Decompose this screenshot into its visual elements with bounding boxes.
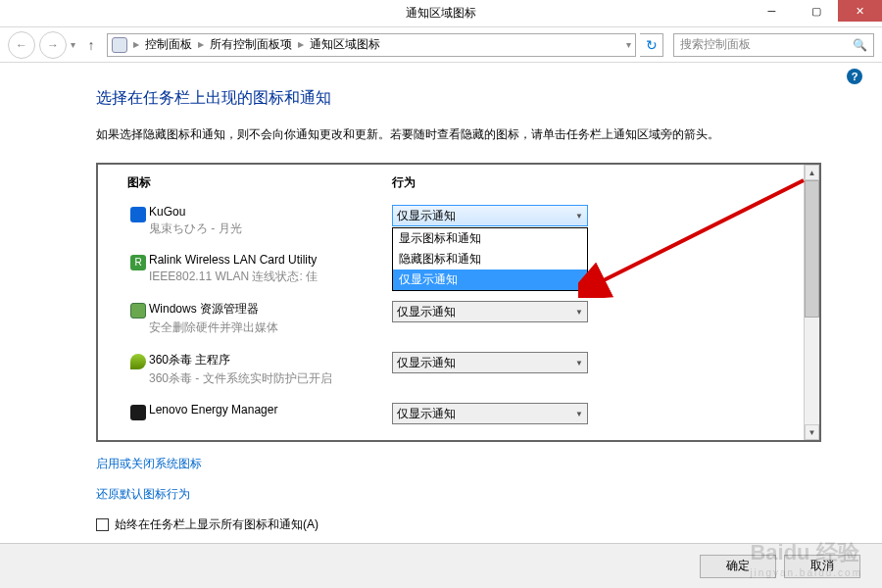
icon-subtitle: IEEE802.11 WLAN 连线状态: 佳 <box>149 269 392 285</box>
select-value: 仅显示通知 <box>397 406 456 422</box>
chevron-down-icon: ▼ <box>575 410 583 418</box>
close-button[interactable]: ✕ <box>838 0 882 22</box>
behavior-select[interactable]: 仅显示通知 ▼ <box>392 301 588 322</box>
window-title: 通知区域图标 <box>406 5 476 22</box>
scrollbar[interactable]: ▲ ▼ <box>804 165 819 440</box>
refresh-button[interactable]: ↻ <box>640 33 663 57</box>
up-button[interactable]: ↑ <box>79 33 103 57</box>
dropdown-option[interactable]: 隐藏图标和通知 <box>393 249 587 270</box>
behavior-select[interactable]: 仅显示通知 ▼ <box>392 403 588 424</box>
chevron-right-icon: ▶ <box>198 40 204 49</box>
dropdown-option[interactable]: 仅显示通知 <box>393 270 587 290</box>
history-chevron-icon[interactable]: ▾ <box>71 39 75 50</box>
icon-row: Lenovo Energy Manager 仅显示通知 ▼ <box>127 395 774 432</box>
breadcrumb-item[interactable]: 控制面板 <box>145 36 192 53</box>
select-value: 仅显示通知 <box>397 208 456 224</box>
icon-name: KuGou <box>149 205 392 219</box>
behavior-select[interactable]: 仅显示通知 ▼ <box>392 352 588 373</box>
page-description: 如果选择隐藏图标和通知，则不会向你通知更改和更新。若要随时查看隐藏的图标，请单击… <box>96 126 882 143</box>
dropdown-option[interactable]: 显示图标和通知 <box>393 228 587 249</box>
select-value: 仅显示通知 <box>397 304 456 320</box>
breadcrumb-item[interactable]: 所有控制面板项 <box>210 36 292 53</box>
search-icon: 🔍 <box>853 38 867 52</box>
icon-row: Windows 资源管理器 安全删除硬件并弹出媒体 仅显示通知 ▼ <box>127 293 774 344</box>
chevron-down-icon: ▼ <box>575 212 583 220</box>
search-placeholder: 搜索控制面板 <box>680 36 751 53</box>
shield-icon <box>130 354 146 369</box>
ralink-icon: R <box>130 255 146 270</box>
maximize-button[interactable]: ▢ <box>794 0 838 22</box>
scroll-down-button[interactable]: ▼ <box>805 424 819 440</box>
icon-settings-panel: 图标 行为 KuGou 鬼束ちひろ - 月光 仅显示通知 ▼ 显示图标和通知 <box>96 163 821 442</box>
restore-defaults-link[interactable]: 还原默认图标行为 <box>96 486 882 503</box>
always-show-checkbox[interactable] <box>96 518 109 531</box>
scroll-up-button[interactable]: ▲ <box>805 165 819 180</box>
watermark: Baidu 经验 jingyan.baidu.com <box>750 538 862 578</box>
icon-name: Windows 资源管理器 <box>149 301 392 318</box>
pc-icon <box>112 37 127 53</box>
search-input[interactable]: 搜索控制面板 🔍 <box>673 33 874 57</box>
back-button[interactable]: ← <box>8 31 35 59</box>
icon-subtitle: 360杀毒 - 文件系统实时防护已开启 <box>149 370 392 387</box>
forward-button[interactable]: → <box>39 31 67 59</box>
select-value: 仅显示通知 <box>397 355 456 371</box>
page-heading: 选择在任务栏上出现的图标和通知 <box>96 88 882 109</box>
icon-subtitle: 鬼束ちひろ - 月光 <box>149 220 392 237</box>
chevron-down-icon: ▼ <box>575 308 583 317</box>
column-header-behavior: 行为 <box>392 174 686 191</box>
breadcrumb-item[interactable]: 通知区域图标 <box>310 36 380 53</box>
icon-name: Lenovo Energy Manager <box>149 403 392 416</box>
chevron-down-icon: ▼ <box>575 359 583 368</box>
kugou-icon <box>130 207 146 222</box>
behavior-select[interactable]: 仅显示通知 ▼ 显示图标和通知 隐藏图标和通知 仅显示通知 <box>392 205 588 226</box>
toggle-system-icons-link[interactable]: 启用或关闭系统图标 <box>96 456 882 472</box>
column-header-icon: 图标 <box>127 174 392 191</box>
scrollbar-thumb[interactable] <box>805 180 819 318</box>
icon-name: Ralink Wireless LAN Card Utility <box>149 253 392 267</box>
help-icon[interactable]: ? <box>847 69 862 84</box>
minimize-button[interactable]: ─ <box>750 0 794 22</box>
usb-icon <box>130 303 146 318</box>
icon-row: 360杀毒 主程序 360杀毒 - 文件系统实时防护已开启 仅显示通知 ▼ <box>127 344 774 395</box>
chevron-right-icon: ▶ <box>298 40 304 49</box>
behavior-dropdown: 显示图标和通知 隐藏图标和通知 仅显示通知 <box>392 227 588 291</box>
icon-subtitle: 安全删除硬件并弹出媒体 <box>149 319 392 336</box>
icon-row: KuGou 鬼束ちひろ - 月光 仅显示通知 ▼ 显示图标和通知 隐藏图标和通知… <box>127 197 774 245</box>
icon-name: 360杀毒 主程序 <box>149 352 392 368</box>
lenovo-icon <box>130 405 146 420</box>
chevron-down-icon[interactable]: ▾ <box>626 39 631 50</box>
checkbox-label: 始终在任务栏上显示所有图标和通知(A) <box>115 516 318 533</box>
breadcrumb[interactable]: ▶ 控制面板 ▶ 所有控制面板项 ▶ 通知区域图标 ▾ <box>107 33 636 57</box>
chevron-right-icon: ▶ <box>133 40 139 49</box>
